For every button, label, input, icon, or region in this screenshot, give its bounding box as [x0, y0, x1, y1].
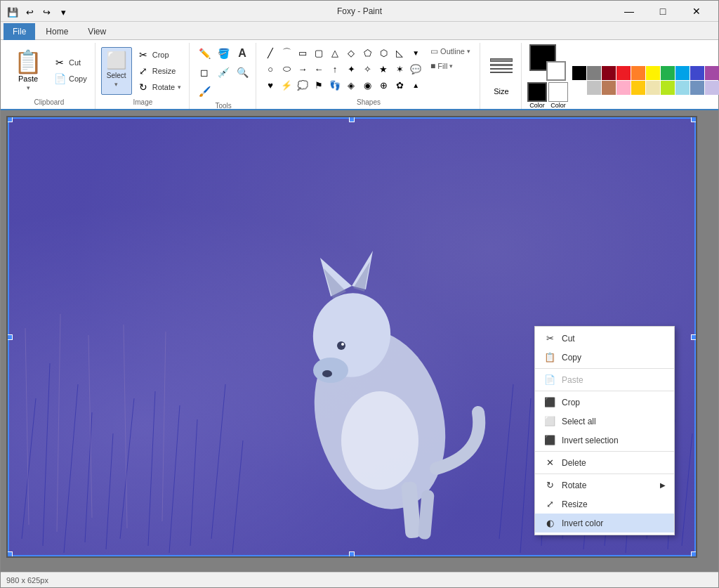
shape-callout1[interactable]: 💬 [407, 60, 424, 77]
shape-right-tri[interactable]: ◺ [391, 44, 408, 61]
size-button[interactable]: Size [486, 45, 517, 97]
resize-label: Resize [152, 67, 176, 75]
palette-swatch[interactable] [675, 66, 690, 80]
brush-tool[interactable]: 🖌️ [195, 82, 213, 100]
palette-swatch[interactable] [602, 81, 616, 95]
shape-lightning[interactable]: ⚡ [278, 77, 295, 93]
palette-swatch[interactable] [675, 81, 690, 95]
shape-ellipse[interactable]: ○ [262, 60, 279, 77]
ctx-item-invert-selection[interactable]: ⬛Invert selection [535, 431, 674, 450]
shape-callout2[interactable]: 💭 [294, 77, 311, 93]
ctx-item-cut[interactable]: ✂Cut [535, 329, 674, 348]
ctx-item-rotate[interactable]: ↻Rotate▶ [535, 476, 674, 495]
palette-swatch[interactable] [602, 66, 616, 80]
shape-oval[interactable]: ⬭ [278, 60, 295, 77]
maximize-button[interactable]: □ [647, 1, 679, 22]
paste-button[interactable]: 📋 Paste ▾ [8, 47, 48, 95]
ctx-item-select-all[interactable]: ⬜Select all [535, 412, 674, 431]
shape-scroll-down[interactable]: ▼ [407, 44, 424, 61]
shape-heart[interactable]: ♥ [262, 77, 279, 93]
palette-swatch[interactable] [646, 81, 660, 95]
ctx-item-resize[interactable]: ⤢Resize [535, 495, 674, 514]
ribbon-tabs: File Home View [1, 22, 718, 40]
eraser-tool[interactable]: ◻ [195, 63, 213, 81]
size-label: Size [494, 87, 508, 96]
canvas-area[interactable]: ✂Cut📋Copy📄Paste⬛Crop⬜Select all⬛Invert s… [1, 110, 718, 572]
color2-swatch[interactable] [546, 61, 566, 81]
shape-curve[interactable]: ⌒ [278, 44, 295, 61]
shape-star4[interactable]: ✧ [359, 60, 376, 77]
size-content: Size [486, 44, 517, 97]
select-icon: ⬜ [106, 51, 127, 70]
rotate-button[interactable]: ↻ Rotate ▾ [133, 79, 185, 95]
cut-button[interactable]: ✂ Cut [50, 55, 91, 70]
tab-home[interactable]: Home [37, 23, 77, 39]
palette-swatch[interactable] [705, 81, 719, 95]
redo-button[interactable]: ↪ [39, 4, 54, 20]
color-swatch-container [529, 44, 566, 81]
palette-swatch[interactable] [587, 66, 601, 80]
palette-swatch[interactable] [661, 81, 675, 95]
shape-arrow-u[interactable]: ↑ [326, 60, 343, 77]
quick-access-dropdown[interactable]: ▾ [55, 4, 71, 20]
shape-line[interactable]: ╱ [262, 44, 279, 61]
palette-swatch[interactable] [616, 66, 631, 80]
minimize-button[interactable]: — [613, 1, 645, 22]
shape-arrow-r[interactable]: → [294, 60, 311, 77]
palette-swatch[interactable] [631, 81, 645, 95]
colors-controls: Color1 Color2 [527, 44, 719, 116]
palette-swatch[interactable] [661, 66, 675, 80]
spray-tool[interactable] [214, 82, 232, 100]
shape-4arrow[interactable]: ✦ [343, 60, 360, 77]
pencil-tool[interactable]: ✏️ [195, 44, 213, 63]
crop-button[interactable]: ✂ Crop [133, 47, 185, 63]
line-tool[interactable] [233, 82, 251, 100]
ctx-item-crop[interactable]: ⬛Crop [535, 393, 674, 412]
shape-diamond[interactable]: ◇ [343, 44, 360, 61]
ctx-item-label: Cut [562, 334, 575, 344]
palette-swatch[interactable] [572, 81, 586, 95]
save-button[interactable]: 💾 [5, 4, 20, 20]
shape-misc3[interactable]: ⊕ [375, 77, 392, 93]
palette-swatch[interactable] [690, 81, 704, 95]
shape-flag[interactable]: ⚑ [310, 77, 327, 93]
shape-footprint[interactable]: 👣 [326, 77, 343, 93]
ctx-item-delete[interactable]: ✕Delete [535, 453, 674, 472]
outline-button[interactable]: ▭ Outline ▾ [426, 44, 475, 58]
canvas-image[interactable]: ✂Cut📋Copy📄Paste⬛Crop⬜Select all⬛Invert s… [8, 117, 696, 556]
tab-file[interactable]: File [4, 23, 35, 40]
colorpicker-tool[interactable]: 💉 [214, 63, 232, 81]
copy-button[interactable]: 📄 Copy [50, 71, 91, 86]
shape-roundrect[interactable]: ▢ [310, 44, 327, 61]
palette-swatch[interactable] [705, 66, 719, 80]
shape-misc2[interactable]: ◉ [359, 77, 376, 93]
resize-button[interactable]: ⤢ Resize [133, 63, 185, 79]
shape-arrow-l[interactable]: ← [310, 60, 327, 77]
close-button[interactable]: ✕ [680, 1, 713, 22]
shape-star6[interactable]: ✶ [391, 60, 408, 77]
palette-swatch[interactable] [646, 66, 660, 80]
undo-button[interactable]: ↩ [22, 4, 37, 20]
tab-view[interactable]: View [79, 23, 115, 39]
palette-swatch[interactable] [587, 81, 601, 95]
shape-misc1[interactable]: ◈ [343, 77, 360, 93]
shape-star5[interactable]: ★ [375, 60, 392, 77]
palette-swatch[interactable] [690, 66, 704, 80]
shape-misc4[interactable]: ✿ [391, 77, 408, 93]
ctx-icon: ↻ [543, 480, 556, 490]
ctx-item-invert-color[interactable]: ◐Invert color [535, 514, 674, 533]
palette-swatch[interactable] [616, 81, 631, 95]
fill-tool[interactable]: 🪣 [214, 44, 232, 63]
select-button[interactable]: ⬜ Select ▾ [101, 47, 132, 95]
shape-hexagon[interactable]: ⬡ [375, 44, 392, 61]
shape-rect[interactable]: ▭ [294, 44, 311, 61]
palette-swatch[interactable] [631, 66, 645, 80]
shape-triangle[interactable]: △ [326, 44, 343, 61]
text-tool[interactable]: A [233, 44, 251, 63]
fill-button[interactable]: ■ Fill ▾ [426, 59, 475, 73]
palette-swatch[interactable] [572, 66, 586, 80]
shape-pentagon[interactable]: ⬠ [359, 44, 376, 61]
ctx-item-copy[interactable]: 📋Copy [535, 348, 674, 367]
magnifier-tool[interactable]: 🔍 [233, 63, 251, 81]
shape-scroll-up[interactable]: ▲ [407, 77, 424, 93]
